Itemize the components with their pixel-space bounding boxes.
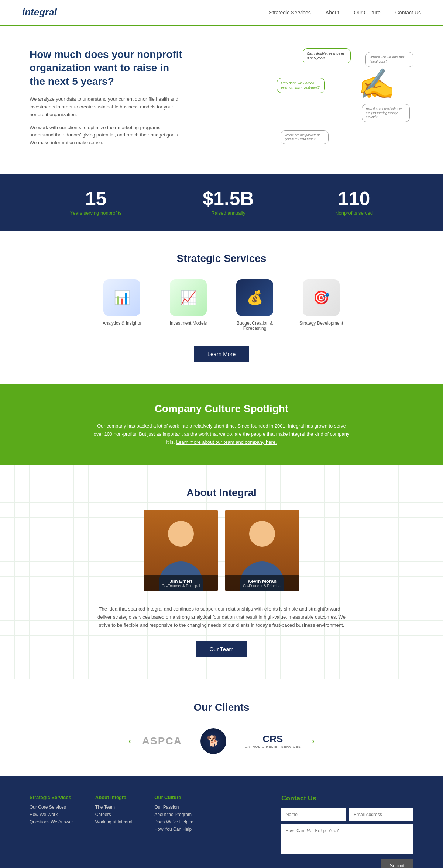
about-title: About Integral [30,487,413,499]
nav-links: Strategic Services About Our Culture Con… [269,10,421,15]
carousel-prev-button[interactable]: ‹ [128,737,131,745]
stat-nonprofits-label: Nonprofits served [335,210,373,216]
hero-heading: How much does your nonprofit organizatio… [30,48,185,88]
our-team-button[interactable]: Our Team [196,641,247,657]
team-photos: Jim Emlet Co-Founder & Principal Kevin M… [30,510,413,594]
culture-title: Company Culture Spotlight [37,403,406,415]
nav-our-culture[interactable]: Our Culture [354,10,380,15]
footer-culture-heading: Our Culture [154,795,193,800]
hero-illustration: Can I double revenue in 3 or 5 years? Wh… [273,48,413,152]
hero-para2: We work with our clients to optimize the… [30,124,185,147]
services-section: Strategic Services 📊 Analytics & Insight… [0,231,443,384]
carousel-next-button[interactable]: › [312,737,315,745]
culture-learn-more-link[interactable]: Learn more about our team and company he… [176,439,277,445]
culture-text: Our company has packed a lot of work int… [92,422,351,446]
footer-strategic-heading: Strategic Services [30,795,73,800]
speech-bubble-4: How do I know whether we are just moving… [362,104,410,122]
strategy-icon: 🎯 [303,279,340,316]
stat-raised: $1.5B Raised annually [203,189,254,216]
investment-icon: 📈 [170,279,207,316]
analytics-label: Analytics & Insights [96,321,148,326]
analytics-icon: 📊 [103,279,140,316]
footer-working-at[interactable]: Working at Integral [95,819,133,824]
speech-bubble-5: Where are the pockets of gold in my data… [281,130,329,144]
footer-how-you-can-help[interactable]: How You Can Help [154,827,193,832]
kevin-photo: Kevin Moran Co-Founder & Principal [225,510,299,591]
kevin-name-plate: Kevin Moran Co-Founder & Principal [225,575,299,591]
hero-text: How much does your nonprofit organizatio… [30,48,185,152]
nav-about[interactable]: About [326,10,339,15]
submit-button[interactable]: Submit [381,859,413,868]
jim-photo: Jim Emlet Co-Founder & Principal [144,510,218,591]
footer-top: Strategic Services Our Core Services How… [30,795,413,868]
clients-carousel: ‹ ASPCA 🐕 CRS CATHOLIC RELIEF SERVICES › [30,728,413,754]
stat-nonprofits: 110 Nonprofits served [335,189,373,216]
contact-name-input[interactable] [281,808,346,821]
nav-contact-us[interactable]: Contact Us [395,10,421,15]
footer-col-strategic: Strategic Services Our Core Services How… [30,795,73,868]
footer-the-team[interactable]: The Team [95,805,133,810]
about-text: The idea that sparked Integral and conti… [92,605,351,629]
speech-bubble-3: How soon will I break even on this inves… [277,78,325,93]
footer-dogs[interactable]: Dogs We've Helped [154,819,193,824]
service-investment: 📈 Investment Models [162,279,214,331]
budget-label: Budget Creation & Forecasting [229,321,281,331]
footer-our-core-services[interactable]: Our Core Services [30,805,73,810]
footer-col-culture: Our Culture Our Passion About the Progra… [154,795,193,868]
footer-careers[interactable]: Careers [95,812,133,817]
clients-title: Our Clients [30,702,413,713]
stat-years-label: Years serving nonprofits [70,210,121,216]
jim-head [168,521,194,547]
stat-years: 15 Years serving nonprofits [70,189,121,216]
client-logos: ASPCA 🐕 CRS CATHOLIC RELIEF SERVICES [142,728,301,754]
strategy-label: Strategy Development [295,321,347,326]
team-member-jim: Jim Emlet Co-Founder & Principal [144,510,218,594]
footer-contact: Contact Us Submit [281,795,413,868]
footer-contact-heading: Contact Us [281,795,413,802]
services-title: Strategic Services [30,253,413,264]
service-analytics: 📊 Analytics & Insights [96,279,148,331]
footer-our-passion[interactable]: Our Passion [154,805,193,810]
kevin-name: Kevin Moran [228,578,296,584]
stat-raised-number: $1.5B [203,189,254,208]
contact-message-textarea[interactable] [281,824,413,854]
jim-name: Jim Emlet [147,578,215,584]
aspca-logo: ASPCA [142,735,182,747]
footer: Strategic Services Our Core Services How… [0,776,443,868]
hand-icon: ✍️ [358,67,395,101]
nav-strategic-services[interactable]: Strategic Services [269,10,311,15]
investment-label: Investment Models [162,321,214,326]
services-grid: 📊 Analytics & Insights 📈 Investment Mode… [30,279,413,331]
hero-para1: We analyze your data to understand your … [30,96,185,118]
defenders-logo: 🐕 [200,728,226,754]
jim-name-plate: Jim Emlet Co-Founder & Principal [144,575,218,591]
about-section: About Integral Jim Emlet Co-Founder & Pr… [0,465,443,679]
footer-about-program[interactable]: About the Program [154,812,193,817]
stat-raised-label: Raised annually [203,210,254,216]
culture-section: Company Culture Spotlight Our company ha… [0,384,443,465]
budget-icon: 💰 [236,279,273,316]
navigation: integral Strategic Services About Our Cu… [0,0,443,26]
team-member-kevin: Kevin Moran Co-Founder & Principal [225,510,299,594]
site-logo[interactable]: integral [22,7,57,18]
kevin-title: Co-Founder & Principal [228,584,296,588]
footer-about-heading: About Integral [95,795,133,800]
footer-how-we-work[interactable]: How We Work [30,812,73,817]
contact-row-1 [281,808,413,821]
speech-bubble-2: Where will we end this fiscal year? [365,52,413,67]
stat-years-number: 15 [70,189,121,208]
hero-section: How much does your nonprofit organizatio… [0,26,443,174]
contact-email-input[interactable] [349,808,413,821]
jim-title: Co-Founder & Principal [147,584,215,588]
clients-section: Our Clients ‹ ASPCA 🐕 CRS CATHOLIC RELIE… [0,679,443,776]
footer-questions[interactable]: Questions We Answer [30,819,73,824]
service-budget: 💰 Budget Creation & Forecasting [229,279,281,331]
footer-col-about: About Integral The Team Careers Working … [95,795,133,868]
service-strategy: 🎯 Strategy Development [295,279,347,331]
learn-more-button[interactable]: Learn More [194,346,249,362]
crs-logo: CRS CATHOLIC RELIEF SERVICES [245,733,301,748]
stat-nonprofits-number: 110 [335,189,373,208]
kevin-head [249,521,275,547]
stats-bar: 15 Years serving nonprofits $1.5B Raised… [0,174,443,231]
speech-bubble-1: Can I double revenue in 3 or 5 years? [303,48,351,63]
